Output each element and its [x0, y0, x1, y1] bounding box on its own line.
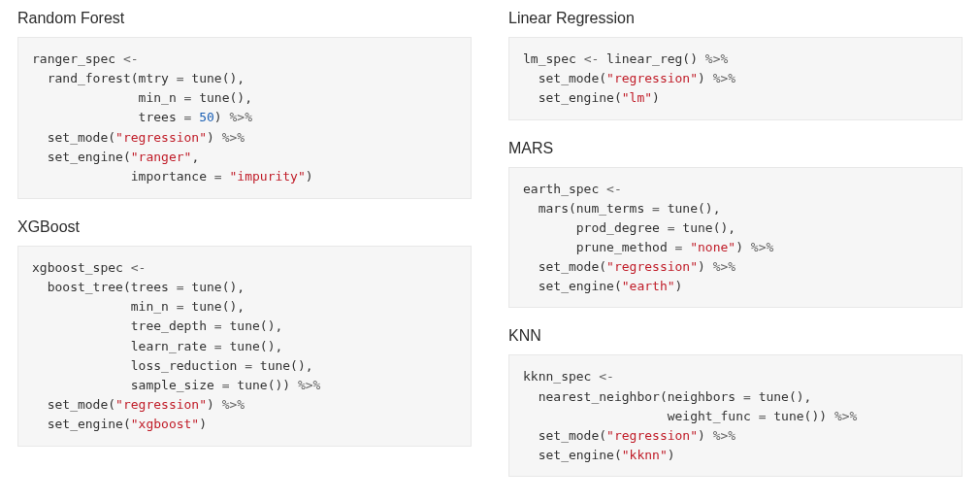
xgb-code: xgboost_spec <- boost_tree(trees = tune(… — [17, 246, 472, 447]
mars-title: MARS — [508, 140, 963, 157]
lm-code: lm_spec <- linear_reg() %>% set_mode("re… — [508, 37, 963, 120]
rf-code: ranger_spec <- rand_forest(mtry = tune()… — [17, 37, 472, 199]
mars-code: earth_spec <- mars(num_terms = tune(), p… — [508, 167, 963, 309]
knn-title: KNN — [508, 327, 963, 345]
rf-title: Random Forest — [17, 10, 472, 27]
xgb-title: XGBoost — [17, 218, 472, 236]
left-column: Random Forest ranger_spec <- rand_forest… — [17, 8, 472, 494]
right-column: Linear Regression lm_spec <- linear_reg(… — [508, 8, 963, 494]
knn-code: kknn_spec <- nearest_neighbor(neighbors … — [508, 354, 963, 477]
lm-title: Linear Regression — [508, 10, 963, 27]
